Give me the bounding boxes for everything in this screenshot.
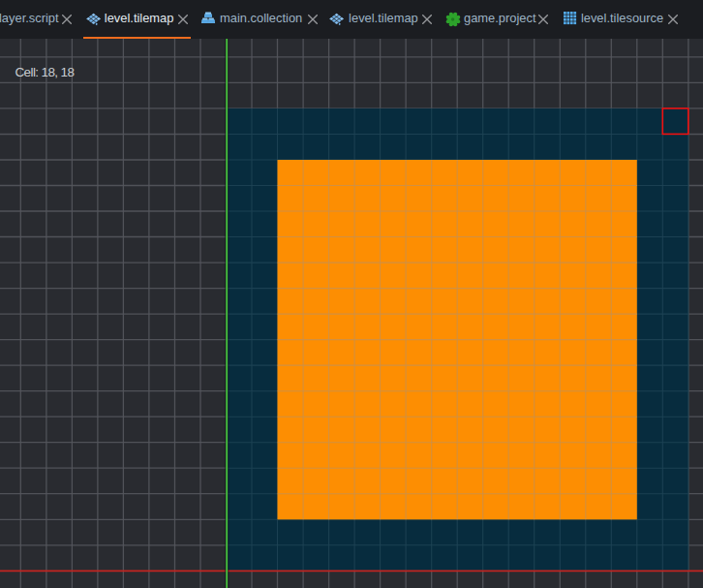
svg-text:Cell: 18, 18: Cell: 18, 18 [15,65,76,79]
